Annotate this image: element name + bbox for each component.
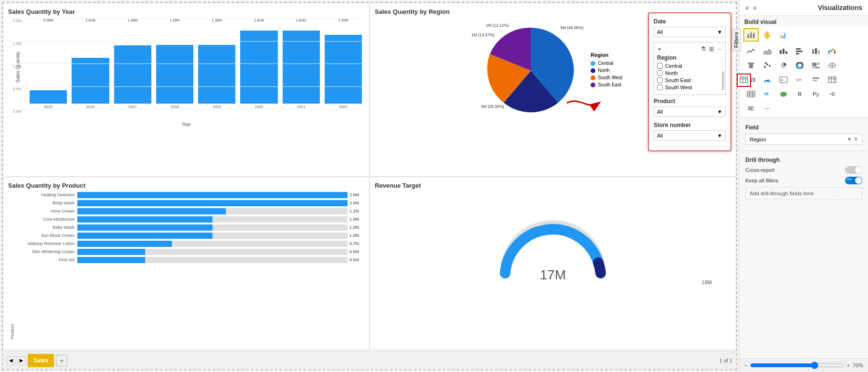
viz-icon-funnel[interactable] xyxy=(743,59,759,72)
next-page-btn[interactable]: ▶ xyxy=(17,356,26,365)
revenue-target-panel: Revenue Target 17M 18M xyxy=(370,177,736,351)
svg-rect-31 xyxy=(817,63,820,65)
highlighted-viz-icon[interactable] xyxy=(739,74,751,87)
svg-rect-20 xyxy=(832,49,834,51)
viz-icon-donut[interactable] xyxy=(792,59,807,72)
viz-icon-hand[interactable]: 🖐 xyxy=(760,28,775,42)
viz-icon-area[interactable] xyxy=(760,44,775,58)
viz-icon-map[interactable] xyxy=(825,59,840,72)
gauge-value: 17M xyxy=(540,267,566,283)
viz-icon-smart-narrative[interactable] xyxy=(743,102,759,115)
visualizations-panel: « » Visualizations Build visual 🖐 📊 xyxy=(739,0,868,372)
expand-right-icon[interactable]: » xyxy=(753,4,757,11)
zoom-slider[interactable] xyxy=(750,361,844,369)
svg-rect-17 xyxy=(818,50,820,54)
svg-rect-33 xyxy=(815,67,820,68)
region-checkbox-north[interactable] xyxy=(657,70,663,76)
region-filter-label: Region xyxy=(657,54,722,61)
viz-icon-waterfall[interactable] xyxy=(825,44,840,58)
region-item-central[interactable]: Central xyxy=(657,63,722,69)
collapse-left-icon[interactable]: « xyxy=(745,4,749,11)
svg-rect-9 xyxy=(780,50,782,54)
sales-by-year-title: Sales Quantity by Year xyxy=(8,8,364,15)
sales-by-product-title: Sales Quantity by Product xyxy=(8,182,364,189)
svg-point-25 xyxy=(769,65,771,67)
field-label: Field xyxy=(745,124,862,131)
store-filter-section: Store number All ▼ xyxy=(654,122,726,141)
sales-by-product-panel: Sales Quantity by Product Product Healin… xyxy=(3,177,370,351)
expand-icon[interactable]: ⊞ xyxy=(709,45,714,53)
viz-icon-card[interactable]: A xyxy=(776,73,791,86)
viz-icon-scatter[interactable] xyxy=(760,59,775,72)
svg-text:🖐: 🖐 xyxy=(763,31,772,39)
svg-rect-2 xyxy=(747,33,749,35)
prev-page-btn[interactable]: ◀ xyxy=(7,356,15,365)
page-info: 1 of 1 xyxy=(719,358,732,363)
region-list: Central North South East South West xyxy=(657,63,722,90)
svg-rect-10 xyxy=(783,49,784,54)
field-section: Field Region ▼ ✕ xyxy=(740,120,868,149)
viz-icon-stacked-bar[interactable] xyxy=(743,28,759,42)
viz-icon-analytics[interactable]: 📊 xyxy=(776,28,791,42)
date-filter-dropdown[interactable]: All ▼ xyxy=(654,27,726,37)
viz-icon-line[interactable] xyxy=(743,44,759,58)
add-drill-through-btn[interactable]: Add drill-through fields here xyxy=(745,187,862,200)
svg-rect-14 xyxy=(796,53,799,54)
svg-rect-30 xyxy=(812,63,816,66)
filters-tab[interactable]: Filters xyxy=(731,29,741,51)
viz-icon-table[interactable] xyxy=(825,73,840,86)
svg-rect-5 xyxy=(753,34,755,38)
product-filter-dropdown[interactable]: All ▼ xyxy=(654,106,726,117)
viz-icon-bar[interactable] xyxy=(776,44,791,58)
viz-icon-bar-chart-r[interactable]: R xyxy=(792,87,807,101)
region-checkbox-central[interactable] xyxy=(657,63,663,69)
viz-icon-slicer[interactable] xyxy=(808,73,824,86)
filter-icon[interactable]: ⚗ xyxy=(700,45,706,53)
keep-filters-row: Keep all filters On xyxy=(745,177,862,184)
svg-rect-12 xyxy=(796,48,801,50)
product-filter-label: Product xyxy=(654,98,726,105)
region-checkbox-southwest[interactable] xyxy=(657,85,663,90)
cross-report-label: Cross-report xyxy=(745,167,774,173)
svg-rect-15 xyxy=(812,49,814,54)
svg-marker-22 xyxy=(747,63,755,68)
sales-tab[interactable]: Sales xyxy=(28,354,54,367)
store-filter-label: Store number xyxy=(654,122,726,128)
viz-icon-python[interactable]: Py xyxy=(808,87,824,101)
region-item-north[interactable]: North xyxy=(657,70,722,76)
region-item-southeast[interactable]: South East xyxy=(657,77,722,83)
svg-text:KPI: KPI xyxy=(796,78,802,82)
more-icon[interactable]: ··· xyxy=(717,45,722,53)
panel-title: Visualizations xyxy=(818,4,862,11)
zoom-plus-icon[interactable]: + xyxy=(847,362,850,368)
viz-icon-pie[interactable] xyxy=(776,59,791,72)
region-item-southwest[interactable]: South West xyxy=(657,85,722,90)
viz-icon-decomp-tree[interactable] xyxy=(825,87,840,101)
field-remove-btn[interactable]: ✕ xyxy=(854,136,858,142)
svg-rect-44 xyxy=(828,77,836,83)
svg-rect-1 xyxy=(747,35,749,38)
viz-icon-hbar[interactable] xyxy=(792,44,807,58)
viz-icon-treemap[interactable] xyxy=(808,59,824,72)
viz-icon-matrix[interactable] xyxy=(743,87,759,101)
product-filter-section: Product All ▼ xyxy=(654,98,726,117)
zoom-minus-icon[interactable]: − xyxy=(744,362,747,368)
svg-rect-6 xyxy=(753,32,755,34)
pie-legend: Region Central North South West xyxy=(591,52,623,89)
region-checkbox-southeast[interactable] xyxy=(657,77,663,83)
add-tab-btn[interactable]: + xyxy=(56,355,67,366)
store-filter-dropdown[interactable]: All ▼ xyxy=(654,130,726,141)
viz-icon-azure-map[interactable]: 🗺 xyxy=(760,87,775,101)
cross-report-toggle[interactable]: Off xyxy=(845,166,862,174)
field-tag-value: Region xyxy=(750,137,766,142)
svg-rect-21 xyxy=(834,50,836,54)
field-tag[interactable]: Region ▼ ✕ xyxy=(745,134,862,145)
viz-icon-gauge[interactable] xyxy=(760,73,775,86)
build-visual-label: Build visual xyxy=(740,16,868,26)
svg-rect-11 xyxy=(785,51,787,54)
viz-icon-ribbon[interactable] xyxy=(808,44,824,58)
viz-icon-kpi[interactable]: KPI xyxy=(792,73,807,86)
keep-filters-toggle[interactable]: On xyxy=(845,177,862,184)
viz-icon-filled-map[interactable] xyxy=(776,87,791,101)
viz-icon-more[interactable]: ··· xyxy=(760,102,775,115)
